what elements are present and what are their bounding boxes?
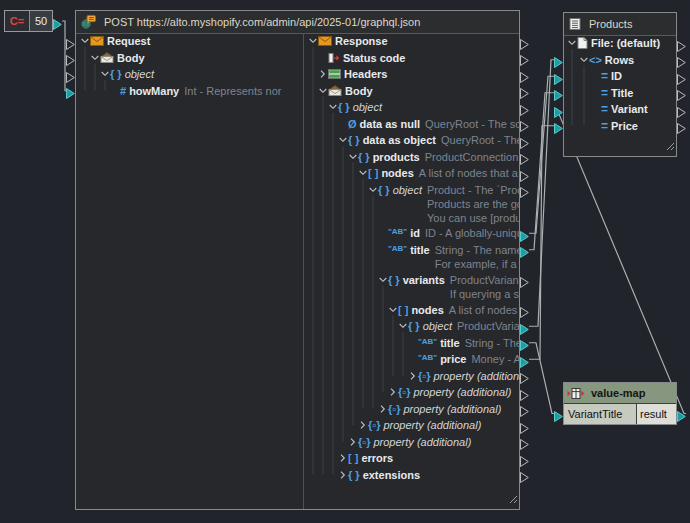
tree-row-respbody[interactable]: Body xyxy=(304,83,520,100)
output-port[interactable] xyxy=(520,36,529,47)
tree-row-headers[interactable]: Headers xyxy=(304,66,520,83)
output-port[interactable] xyxy=(677,87,686,98)
output-port[interactable] xyxy=(520,274,529,285)
output-port[interactable] xyxy=(520,420,529,431)
tree-row-prop4[interactable]: {▫}property (additional) xyxy=(304,417,520,434)
tree-row-prop1[interactable]: {▫}property (additional) xyxy=(304,368,520,385)
tree-row-prodobj[interactable]: { }objectProduct - The `ProdProducts are… xyxy=(304,182,520,226)
tree-row-response[interactable]: Response xyxy=(304,33,520,50)
output-port[interactable] xyxy=(520,321,529,332)
chevron-right-icon[interactable] xyxy=(378,401,388,418)
output-port[interactable] xyxy=(520,370,529,381)
input-port[interactable] xyxy=(66,52,75,63)
output-port[interactable] xyxy=(520,337,529,348)
input-port[interactable] xyxy=(66,85,75,96)
chevron-down-icon[interactable] xyxy=(308,33,318,50)
tree-row-nodes2[interactable]: [ ]nodesA list of nodes f xyxy=(304,302,520,319)
tree-row-rtitle[interactable]: "AB"titleString - The name fFor example,… xyxy=(304,242,520,272)
tree-row-ptitle[interactable]: =Title xyxy=(564,85,676,102)
chevron-down-icon[interactable] xyxy=(348,149,358,166)
resize-grip-icon[interactable] xyxy=(509,490,518,508)
tree-row-variants[interactable]: { }variantsProductVariantIf querying a s… xyxy=(304,272,520,302)
output-port[interactable] xyxy=(520,69,529,80)
input-port[interactable] xyxy=(66,69,75,80)
output-port[interactable] xyxy=(520,387,529,398)
tree-row-prop5[interactable]: {▫}property (additional) xyxy=(304,434,520,451)
input-port[interactable] xyxy=(554,71,563,82)
tree-row-datanull[interactable]: Ødata as nullQueryRoot - The sc xyxy=(304,116,520,133)
tree-row-prop3[interactable]: {▫}property (additional) xyxy=(304,401,520,418)
tree-row-pvariant[interactable]: =Variant xyxy=(564,101,676,118)
tree-row-dataobj[interactable]: { }data as objectQueryRoot - The xyxy=(304,132,520,149)
input-port[interactable] xyxy=(66,36,75,47)
chevron-right-icon[interactable] xyxy=(358,417,368,434)
chevron-down-icon[interactable] xyxy=(388,302,398,319)
tree-row-file[interactable]: File: (default) xyxy=(564,35,676,52)
output-port[interactable] xyxy=(677,104,686,115)
input-port[interactable] xyxy=(554,408,563,419)
webservice-titlebar[interactable]: POST https://alto.myshopify.com/admin/ap… xyxy=(76,11,519,34)
tree-row-respobject[interactable]: { }object xyxy=(304,99,520,116)
output-port[interactable] xyxy=(520,403,529,414)
chevron-down-icon[interactable] xyxy=(358,165,368,182)
output-port[interactable] xyxy=(520,453,529,464)
value-map-row[interactable]: VariantTitle result xyxy=(564,403,676,424)
tree-row-rows[interactable]: <>Rows xyxy=(564,52,676,69)
value-map-component[interactable]: value-map VariantTitle result xyxy=(563,382,677,425)
chevron-right-icon[interactable] xyxy=(338,450,348,467)
tree-row-status[interactable]: Status code xyxy=(304,50,520,67)
chevron-right-icon[interactable] xyxy=(408,368,418,385)
tree-row-rpvtitle[interactable]: "AB"titleString - The tit xyxy=(304,335,520,352)
output-port[interactable] xyxy=(520,168,529,179)
tree-row-reqobject[interactable]: { }object xyxy=(76,66,303,83)
tree-row-request[interactable]: Request xyxy=(76,33,303,50)
chevron-down-icon[interactable] xyxy=(398,318,408,335)
chevron-right-icon[interactable] xyxy=(388,384,398,401)
output-port[interactable] xyxy=(520,102,529,113)
output-port[interactable] xyxy=(520,244,529,255)
tree-row-rprice[interactable]: "AB"priceMoney - A mo xyxy=(304,351,520,368)
output-port[interactable] xyxy=(520,469,529,480)
chevron-down-icon[interactable] xyxy=(567,35,577,52)
tree-row-pid[interactable]: =ID xyxy=(564,68,676,85)
tree-row-pprice[interactable]: =Price xyxy=(564,118,676,135)
input-port[interactable] xyxy=(554,87,563,98)
tree-row-products[interactable]: { }productsProductConnection xyxy=(304,149,520,166)
tree-row-howmany[interactable]: #howManyInt - Represents nor xyxy=(76,83,303,100)
output-port[interactable] xyxy=(53,16,62,27)
output-port[interactable] xyxy=(677,120,686,131)
chevron-right-icon[interactable] xyxy=(348,434,358,451)
tree-row-rid[interactable]: "AB"idID - A globally-unique xyxy=(304,225,520,242)
chevron-down-icon[interactable] xyxy=(338,132,348,149)
value-map-header[interactable]: value-map xyxy=(564,383,676,403)
output-port[interactable] xyxy=(520,52,529,63)
chevron-down-icon[interactable] xyxy=(318,83,328,100)
chevron-down-icon[interactable] xyxy=(368,182,378,199)
tree-row-extensions[interactable]: { }extensions xyxy=(304,467,520,484)
chevron-down-icon[interactable] xyxy=(90,50,100,67)
output-port[interactable] xyxy=(677,54,686,65)
value-map-input-cell[interactable]: VariantTitle xyxy=(564,404,637,424)
tree-row-rpvobj[interactable]: { }objectProductVarian xyxy=(304,318,520,335)
output-port[interactable] xyxy=(520,436,529,447)
constant-component[interactable]: C= 50 xyxy=(4,10,53,32)
output-port[interactable] xyxy=(520,85,529,96)
input-port[interactable] xyxy=(554,104,563,115)
output-port[interactable] xyxy=(677,71,686,82)
tree-row-nodes1[interactable]: [ ]nodesA list of nodes that a xyxy=(304,165,520,182)
output-port[interactable] xyxy=(677,408,686,419)
output-port[interactable] xyxy=(520,304,529,315)
tree-row-prop2[interactable]: {▫}property (additional) xyxy=(304,384,520,401)
input-port[interactable] xyxy=(554,120,563,131)
chevron-down-icon[interactable] xyxy=(100,66,110,83)
input-port[interactable] xyxy=(554,54,563,65)
output-port[interactable] xyxy=(520,135,529,146)
tree-row-reqbody[interactable]: Body xyxy=(76,50,303,67)
value-map-result-cell[interactable]: result xyxy=(637,404,676,424)
chevron-down-icon[interactable] xyxy=(80,33,90,50)
chevron-down-icon[interactable] xyxy=(328,99,338,116)
output-port[interactable] xyxy=(520,354,529,365)
chevron-right-icon[interactable] xyxy=(338,467,348,484)
chevron-down-icon[interactable] xyxy=(579,52,589,69)
products-titlebar[interactable]: Products xyxy=(564,13,676,36)
